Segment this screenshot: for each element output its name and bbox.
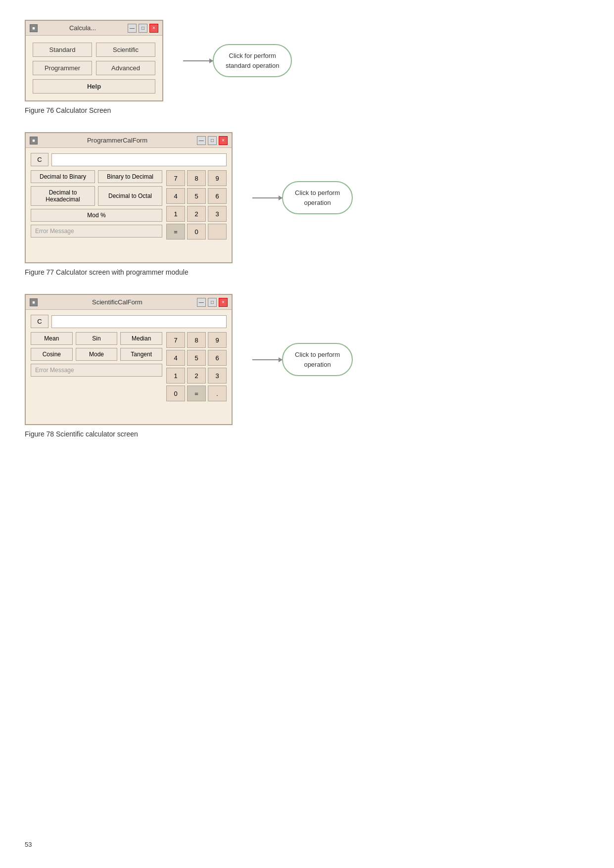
main-calc-title: Calcula... xyxy=(42,24,124,32)
page-number: 53 xyxy=(25,841,32,848)
num-2[interactable]: 2 xyxy=(187,206,206,222)
sci-num-5[interactable]: 5 xyxy=(187,350,206,366)
mean-button[interactable]: Mean xyxy=(31,332,73,345)
figure-77-section: ■ ProgrammerCalForm — □ × C xyxy=(25,132,589,276)
median-button[interactable]: Median xyxy=(120,332,162,345)
sci-numpad: 7 8 9 4 5 6 1 2 3 0 = . xyxy=(166,332,227,419)
minimize-button[interactable]: — xyxy=(128,24,137,33)
sci-calc-controls: — □ × xyxy=(197,298,228,307)
prog-calc-titlebar: ■ ProgrammerCalForm — □ × xyxy=(26,133,232,148)
help-button[interactable]: Help xyxy=(33,79,155,94)
num-6[interactable]: 6 xyxy=(208,188,227,204)
equals-button[interactable]: = xyxy=(166,224,185,240)
sci-num-7[interactable]: 7 xyxy=(166,332,185,348)
sci-maximize-button[interactable]: □ xyxy=(208,298,217,307)
fig78-caption: Figure 78 Scientific calculator screen xyxy=(25,430,589,438)
scientific-calc-window: ■ ScientificCalForm — □ × C xyxy=(25,294,233,425)
prog-minimize-button[interactable]: — xyxy=(197,136,206,145)
figure-78-section: ■ ScientificCalForm — □ × C xyxy=(25,294,589,438)
sci-display-row: C xyxy=(31,315,227,328)
prog-calc-title: ProgrammerCalForm xyxy=(42,137,193,144)
decimal-to-hex-button[interactable]: Decimal to Hexadecimal xyxy=(31,186,95,206)
sin-button[interactable]: Sin xyxy=(76,332,118,345)
main-calc-body: Standard Scientific Programmer Advanced … xyxy=(26,36,162,100)
sci-num-8[interactable]: 8 xyxy=(187,332,206,348)
fig78-annotation-wrap: Click to perform operation xyxy=(252,343,353,376)
fig77-annotation-wrap: Click to perform operation xyxy=(252,181,353,214)
sci-row-1: Mean Sin Median xyxy=(31,332,162,345)
sci-row-2: Cosine Mode Tangent xyxy=(31,348,162,361)
advanced-button[interactable]: Advanced xyxy=(96,61,155,75)
sci-c-button[interactable]: C xyxy=(31,315,48,328)
main-calc-controls: — □ × xyxy=(128,24,158,33)
sci-minimize-button[interactable]: — xyxy=(197,298,206,307)
fig76-annotation-bubble: Click for perform standard operation xyxy=(213,44,292,77)
binary-to-decimal-button[interactable]: Binary to Decimal xyxy=(98,170,162,183)
fig76-caption: Figure 76 Calculator Screen xyxy=(25,106,589,114)
figure-78-row: ■ ScientificCalForm — □ × C xyxy=(25,294,589,425)
num-9[interactable]: 9 xyxy=(208,170,227,186)
prog-mod-row: Mod % xyxy=(31,209,162,222)
close-button[interactable]: × xyxy=(149,24,158,33)
sci-dot-button[interactable]: . xyxy=(208,386,227,401)
prog-c-button[interactable]: C xyxy=(31,153,48,166)
standard-button[interactable]: Standard xyxy=(33,43,92,57)
sci-calc-title: ScientificCalForm xyxy=(42,298,193,306)
prog-calc-controls: — □ × xyxy=(197,136,228,145)
maximize-button[interactable]: □ xyxy=(139,24,147,33)
sci-num-4[interactable]: 4 xyxy=(166,350,185,366)
prog-display-field[interactable] xyxy=(51,153,227,166)
sci-calc-body: C Mean Sin Median Cosine Mode xyxy=(26,310,232,424)
mod-button[interactable]: Mod % xyxy=(31,209,162,222)
main-calc-titlebar: ■ Calcula... — □ × xyxy=(26,21,162,36)
num-blank xyxy=(208,224,227,240)
sci-num-6[interactable]: 6 xyxy=(208,350,227,366)
num-0[interactable]: 0 xyxy=(187,224,206,240)
prog-close-button[interactable]: × xyxy=(219,136,228,145)
num-4[interactable]: 4 xyxy=(166,188,185,204)
prog-calc-body: C Decimal to Binary Binary to Decimal De… xyxy=(26,148,232,262)
prog-maximize-button[interactable]: □ xyxy=(208,136,217,145)
sci-error-label: Error Message xyxy=(31,364,162,377)
prog-calc-icon: ■ xyxy=(30,137,38,145)
num-7[interactable]: 7 xyxy=(166,170,185,186)
main-calc-icon: ■ xyxy=(30,24,38,32)
prog-row-1: Decimal to Binary Binary to Decimal xyxy=(31,170,162,183)
sci-num-0[interactable]: 0 xyxy=(166,386,185,401)
sci-display-field[interactable] xyxy=(51,315,227,328)
figure-76-section: ■ Calcula... — □ × Standard Scientific P… xyxy=(25,20,589,114)
tangent-button[interactable]: Tangent xyxy=(120,348,162,361)
prog-error-label: Error Message xyxy=(31,225,162,238)
sci-num-1[interactable]: 1 xyxy=(166,368,185,384)
scientific-button[interactable]: Scientific xyxy=(96,43,155,57)
fig78-arrow-line xyxy=(252,359,282,360)
sci-num-9[interactable]: 9 xyxy=(208,332,227,348)
prog-display-row: C xyxy=(31,153,227,166)
decimal-to-binary-button[interactable]: Decimal to Binary xyxy=(31,170,95,183)
fig77-caption: Figure 77 Calculator screen with program… xyxy=(25,268,589,276)
num-3[interactable]: 3 xyxy=(208,206,227,222)
mode-button[interactable]: Mode xyxy=(76,348,118,361)
fig78-annotation-bubble: Click to perform operation xyxy=(282,343,353,376)
fig76-arrow-line xyxy=(183,60,213,61)
programmer-calc-window: ■ ProgrammerCalForm — □ × C xyxy=(25,132,233,263)
num-8[interactable]: 8 xyxy=(187,170,206,186)
figure-77-row: ■ ProgrammerCalForm — □ × C xyxy=(25,132,589,263)
sci-layout: Mean Sin Median Cosine Mode Tangent Erro… xyxy=(31,332,227,419)
fig77-arrow xyxy=(252,197,282,198)
figure-76-row: ■ Calcula... — □ × Standard Scientific P… xyxy=(25,20,589,101)
sci-calc-titlebar: ■ ScientificCalForm — □ × xyxy=(26,295,232,310)
sci-num-2[interactable]: 2 xyxy=(187,368,206,384)
cosine-button[interactable]: Cosine xyxy=(31,348,73,361)
decimal-to-octal-button[interactable]: Decimal to Octal xyxy=(98,186,162,206)
num-1[interactable]: 1 xyxy=(166,206,185,222)
programmer-button[interactable]: Programmer xyxy=(33,61,92,75)
num-5[interactable]: 5 xyxy=(187,188,206,204)
main-calculator-window: ■ Calcula... — □ × Standard Scientific P… xyxy=(25,20,163,101)
sci-num-3[interactable]: 3 xyxy=(208,368,227,384)
prog-left-panel: Decimal to Binary Binary to Decimal Deci… xyxy=(31,170,162,257)
fig78-arrow xyxy=(252,359,282,360)
fig77-annotation-bubble: Click to perform operation xyxy=(282,181,353,214)
sci-equals-button[interactable]: = xyxy=(187,386,206,401)
sci-close-button[interactable]: × xyxy=(219,298,228,307)
